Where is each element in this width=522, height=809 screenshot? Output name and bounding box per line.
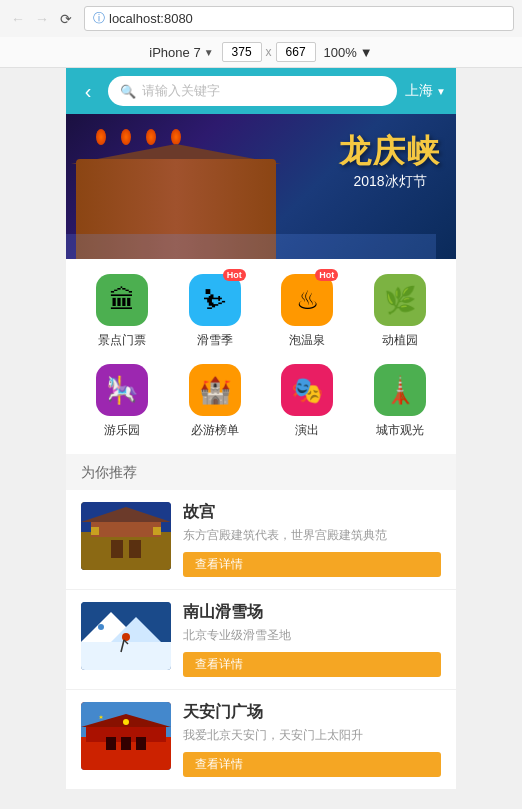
dimension-inputs: x (222, 42, 316, 62)
svg-rect-20 (106, 737, 116, 750)
device-toolbar: iPhone 7 ▼ x 100% ▼ (0, 37, 522, 68)
banner-snow-bg (66, 234, 436, 259)
recommend-item-tiananmen[interactable]: 天安门广场 我爱北京天安门，天安门上太阳升 查看详情 (66, 690, 456, 790)
banner[interactable]: 龙庆峡 2018冰灯节 (66, 114, 456, 259)
amusement-icon: 🎠 (96, 364, 148, 416)
nanshan-name: 南山滑雪场 (183, 602, 441, 623)
category-mustsee[interactable]: 🏰 必游榜单 (180, 364, 250, 439)
nanshan-detail-btn[interactable]: 查看详情 (183, 652, 441, 677)
search-bar[interactable]: 🔍 请输入关键字 (108, 76, 397, 106)
show-label: 演出 (295, 422, 319, 439)
ski-hot-badge: Hot (223, 269, 246, 281)
tiananmen-desc: 我爱北京天安门，天安门上太阳升 (183, 727, 441, 744)
device-name: iPhone 7 (149, 45, 200, 60)
gugong-detail-btn[interactable]: 查看详情 (183, 552, 441, 577)
svg-rect-4 (111, 540, 123, 558)
tiananmen-info: 天安门广场 我爱北京天安门，天安门上太阳升 查看详情 (183, 702, 441, 777)
tiananmen-detail-btn[interactable]: 查看详情 (183, 752, 441, 777)
recommend-item-nanshan[interactable]: 南山滑雪场 北京专业级滑雪圣地 查看详情 (66, 590, 456, 690)
svg-rect-9 (81, 642, 171, 670)
amusement-label: 游乐园 (104, 422, 140, 439)
back-icon: ‹ (85, 80, 92, 102)
banner-sub-title: 2018冰灯节 (339, 173, 441, 191)
nav-buttons: ← → ⟳ (8, 9, 76, 29)
zoom-level: 100% (324, 45, 357, 60)
device-arrow: ▼ (204, 47, 214, 58)
svg-rect-21 (121, 737, 131, 750)
nanshan-img-placeholder (81, 602, 171, 670)
svg-point-13 (122, 633, 130, 641)
gugong-name: 故宫 (183, 502, 441, 523)
back-nav-button[interactable]: ← (8, 9, 28, 29)
lantern-1 (96, 129, 106, 145)
svg-rect-1 (81, 532, 171, 570)
ski-label: 滑雪季 (197, 332, 233, 349)
category-hotspring[interactable]: ♨ Hot 泡温泉 (272, 274, 342, 349)
hotspring-icon: ♨ Hot (281, 274, 333, 326)
secure-icon: ⓘ (93, 10, 105, 27)
mustsee-label: 必游榜单 (191, 422, 239, 439)
banner-lanterns (96, 129, 181, 145)
citytour-icon: 🗼 (374, 364, 426, 416)
nanshan-info: 南山滑雪场 北京专业级滑雪圣地 查看详情 (183, 602, 441, 677)
forward-nav-button[interactable]: → (32, 9, 52, 29)
city-arrow: ▼ (436, 86, 446, 97)
nanshan-desc: 北京专业级滑雪圣地 (183, 627, 441, 644)
city-name: 上海 (405, 82, 433, 100)
zoom-arrow: ▼ (360, 45, 373, 60)
lantern-3 (146, 129, 156, 145)
height-input[interactable] (276, 42, 316, 62)
browser-top-bar: ← → ⟳ ⓘ localhost:8080 (0, 0, 522, 37)
address-bar[interactable]: ⓘ localhost:8080 (84, 6, 514, 31)
citytour-label: 城市观光 (376, 422, 424, 439)
ski-icon: ⛷ Hot (189, 274, 241, 326)
category-show[interactable]: 🎭 演出 (272, 364, 342, 439)
category-scenic[interactable]: 🏛 景点门票 (87, 274, 157, 349)
tiananmen-name: 天安门广场 (183, 702, 441, 723)
tiananmen-img-placeholder (81, 702, 171, 770)
svg-point-23 (123, 719, 129, 725)
hotspring-hot-badge: Hot (315, 269, 338, 281)
svg-rect-7 (153, 527, 161, 535)
device-selector[interactable]: iPhone 7 ▼ (149, 45, 213, 60)
category-row-1: 🏛 景点门票 ⛷ Hot 滑雪季 ♨ Hot 泡温泉 🌿 (76, 274, 446, 349)
recommend-list: 故宫 东方宫殿建筑代表，世界宫殿建筑典范 查看详情 (66, 490, 456, 790)
svg-rect-22 (136, 737, 146, 750)
svg-rect-2 (91, 522, 161, 537)
reload-button[interactable]: ⟳ (56, 9, 76, 29)
search-icon: 🔍 (120, 84, 136, 99)
zoom-selector[interactable]: 100% ▼ (324, 45, 373, 60)
svg-rect-6 (91, 527, 99, 535)
banner-title: 龙庆峡 2018冰灯节 (339, 134, 441, 191)
category-row-2: 🎠 游乐园 🏰 必游榜单 🎭 演出 🗼 城市观光 (76, 364, 446, 439)
width-input[interactable] (222, 42, 262, 62)
recommend-item-gugong[interactable]: 故宫 东方宫殿建筑代表，世界宫殿建筑典范 查看详情 (66, 490, 456, 590)
banner-main-title: 龙庆峡 (339, 134, 441, 169)
url-text: localhost:8080 (109, 11, 193, 26)
nanshan-image (81, 602, 171, 670)
scenic-label: 景点门票 (98, 332, 146, 349)
category-citytour[interactable]: 🗼 城市观光 (365, 364, 435, 439)
category-zoo[interactable]: 🌿 动植园 (365, 274, 435, 349)
section-title: 为你推荐 (66, 454, 456, 490)
lantern-2 (121, 129, 131, 145)
mustsee-icon: 🏰 (189, 364, 241, 416)
lantern-4 (171, 129, 181, 145)
category-ski[interactable]: ⛷ Hot 滑雪季 (180, 274, 250, 349)
scenic-icon: 🏛 (96, 274, 148, 326)
svg-point-12 (98, 624, 104, 630)
back-button[interactable]: ‹ (76, 80, 100, 103)
svg-rect-5 (129, 540, 141, 558)
show-icon: 🎭 (281, 364, 333, 416)
city-selector[interactable]: 上海 ▼ (405, 82, 446, 100)
gugong-image (81, 502, 171, 570)
recommend-section: 为你推荐 (66, 454, 456, 790)
dimension-separator: x (266, 45, 272, 59)
category-amusement[interactable]: 🎠 游乐园 (87, 364, 157, 439)
zoo-icon: 🌿 (374, 274, 426, 326)
browser-chrome: ← → ⟳ ⓘ localhost:8080 iPhone 7 ▼ x 100%… (0, 0, 522, 68)
gugong-info: 故宫 东方宫殿建筑代表，世界宫殿建筑典范 查看详情 (183, 502, 441, 577)
app-header: ‹ 🔍 请输入关键字 上海 ▼ (66, 68, 456, 114)
zoo-label: 动植园 (382, 332, 418, 349)
tiananmen-image (81, 702, 171, 770)
